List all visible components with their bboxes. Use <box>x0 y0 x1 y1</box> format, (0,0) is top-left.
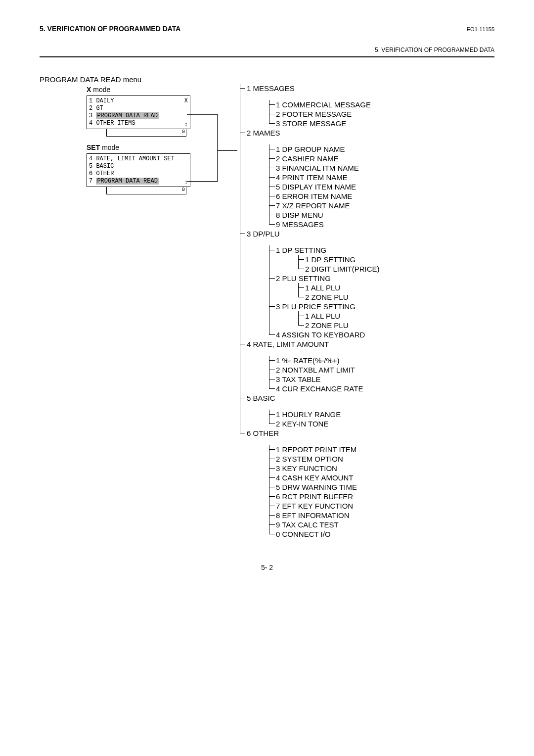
tree-node: 3 KEY FUNCTION <box>269 464 380 473</box>
tree-node-label: 2 DIGIT LIMIT(PRICE) <box>305 265 380 273</box>
set-mode-menu: 4 RATE, LIMIT AMOUNT SET5 BASIC6 OTHER7 … <box>87 153 190 187</box>
tree-node-label: 2 SYSTEM OPTION <box>276 455 343 463</box>
tree-node: 3 DP/PLU1 DP SETTING1 DP SETTING2 DIGIT … <box>240 229 380 339</box>
tree-node: 2 DIGIT LIMIT(PRICE) <box>298 264 380 274</box>
tree-node: 1 HOURLY RANGE <box>269 410 380 419</box>
tree-node: 1 DP SETTING1 DP SETTING2 DIGIT LIMIT(PR… <box>269 245 380 274</box>
tree-node: 9 MESSAGES <box>269 220 380 229</box>
tree-node: 4 RATE, LIMIT AMOUNT1 %- RATE(%-/%+)2 NO… <box>240 339 380 393</box>
tree-node: 2 SYSTEM OPTION <box>269 454 380 464</box>
tree-node: 1 DP GROUP NAME <box>269 144 380 154</box>
tree-node-label: 1 DP GROUP NAME <box>276 145 345 153</box>
tree-node: 2 PLU SETTING1 ALL PLU2 ZONE PLU <box>269 274 380 302</box>
tree-node: 4 CASH KEY AMOUNT <box>269 473 380 482</box>
tree-node: 7 EFT KEY FUNCTION <box>269 501 380 511</box>
tree-node-label: 4 CUR EXCHANGE RATE <box>276 384 363 393</box>
tree-node-label: 1 DP SETTING <box>276 246 326 254</box>
tree-node: 1 REPORT PRINT ITEM <box>269 445 380 454</box>
menu-row: 4 RATE, LIMIT AMOUNT SET <box>89 155 188 163</box>
tree-node-label: 4 RATE, LIMIT AMOUNT <box>247 339 380 349</box>
tree-node: 3 STORE MESSAGE <box>269 119 380 128</box>
scroll-arrows-icon: ↕ <box>184 122 188 128</box>
tree-node: 3 TAX TABLE <box>269 375 380 384</box>
tree-node: 6 ERROR ITEM NAME <box>269 191 380 201</box>
tree-node: 3 PLU PRICE SETTING1 ALL PLU2 ZONE PLU <box>269 302 380 330</box>
tree-node: 5 DRW WARNING TIME <box>269 482 380 492</box>
tree-node-label: 5 DRW WARNING TIME <box>276 483 357 491</box>
set-mode-scrollbar: 0 <box>106 187 186 194</box>
tree-node-label: 2 MAMES <box>247 128 380 138</box>
tree-node: 1 ALL PLU <box>298 311 380 321</box>
tree-node: 1 COMMERCIAL MESSAGE <box>269 100 380 109</box>
tree-node-label: 7 EFT KEY FUNCTION <box>276 502 353 510</box>
tree-node-label: 2 ZONE PLU <box>305 321 349 330</box>
tree-node: 8 DISP MENU <box>269 210 380 220</box>
scroll-zero: 0 <box>181 187 185 192</box>
tree-node: 2 MAMES1 DP GROUP NAME2 CASHIER NAME3 FI… <box>240 128 380 229</box>
menu-row: 2 GT <box>89 105 188 112</box>
tree-node-label: 3 KEY FUNCTION <box>276 464 337 472</box>
scroll-arrows-icon: ↕ <box>184 180 188 186</box>
tree-node-label: 0 CONNECT I/O <box>276 530 331 538</box>
tree-node: 0 CONNECT I/O <box>269 529 380 539</box>
tree-node: 7 X/Z REPORT NAME <box>269 201 380 210</box>
tree-node-label: 2 CASHIER NAME <box>276 154 339 163</box>
menu-row: 4 OTHER ITEMS <box>89 120 188 127</box>
tree-node-label: 2 ZONE PLU <box>305 293 349 301</box>
tree-node-label: 6 RCT PRINT BUFFER <box>276 492 353 501</box>
tree-node-label: 1 MESSAGES <box>247 84 380 93</box>
tree-node: 5 BASIC1 HOURLY RANGE2 KEY-IN TONE <box>240 393 380 428</box>
tree-node-label: 3 TAX TABLE <box>276 375 321 383</box>
tree-node-label: 9 TAX CALC TEST <box>276 520 339 529</box>
tree-node-label: 8 DISP MENU <box>276 211 323 219</box>
tree-node: 3 FINANCIAL ITM NAME <box>269 163 380 173</box>
tree-node: 1 MESSAGES1 COMMERCIAL MESSAGE2 FOOTER M… <box>240 84 380 128</box>
tree-node-label: 4 CASH KEY AMOUNT <box>276 473 353 482</box>
menu-row: 1 DAILYX <box>89 97 188 105</box>
tree-node: 1 ALL PLU <box>298 283 380 292</box>
tree-node: 9 TAX CALC TEST <box>269 520 380 529</box>
tree-node-label: 5 DISPLAY ITEM NAME <box>276 183 356 191</box>
header-rule <box>40 56 494 57</box>
tree-node-label: 2 KEY-IN TONE <box>276 420 328 428</box>
tree-node-label: 6 OTHER <box>247 428 380 438</box>
tree-node: 8 EFT INFORMATION <box>269 511 380 520</box>
header-title: 5. VERIFICATION OF PROGRAMMED DATA <box>40 25 180 33</box>
section-title: PROGRAM DATA READ menu <box>40 75 494 84</box>
tree-node: 4 ASSIGN TO KEYBOARD <box>269 330 380 339</box>
menu-row: 7 PROGRAM DATA READ <box>89 178 188 185</box>
page-number: 5- 2 <box>40 564 494 571</box>
set-mode-label: SET mode <box>87 143 190 151</box>
x-mode-label: X mode <box>87 86 190 94</box>
tree-node-label: 1 ALL PLU <box>305 284 340 292</box>
tree-node-label: 1 COMMERCIAL MESSAGE <box>276 100 371 109</box>
document-code: EO1-11155 <box>467 26 494 32</box>
scroll-zero: 0 <box>181 129 185 135</box>
tree-node: 2 ZONE PLU <box>298 292 380 302</box>
tree-node: 1 DP SETTING <box>298 255 380 264</box>
tree-node-label: 3 DP/PLU <box>247 229 380 238</box>
tree-node-label: 6 ERROR ITEM NAME <box>276 192 352 200</box>
x-mode-scrollbar: 0 <box>106 129 186 137</box>
tree-node: 2 ZONE PLU <box>298 321 380 330</box>
menu-row: 3 PROGRAM DATA READ <box>89 112 188 120</box>
tree-node-label: 5 BASIC <box>247 393 380 403</box>
tree-node: 6 RCT PRINT BUFFER <box>269 492 380 501</box>
tree-node: 1 %- RATE(%-/%+) <box>269 356 380 365</box>
tree-node-label: 3 PLU PRICE SETTING <box>276 302 356 311</box>
tree-node: 2 KEY-IN TONE <box>269 419 380 428</box>
tree-node: 4 CUR EXCHANGE RATE <box>269 384 380 393</box>
tree-node-label: 4 PRINT ITEM NAME <box>276 173 348 182</box>
tree-node-label: 7 X/Z REPORT NAME <box>276 201 350 210</box>
tree-node: 2 CASHIER NAME <box>269 154 380 163</box>
tree-node: 4 PRINT ITEM NAME <box>269 173 380 182</box>
tree-node-label: 2 NONTXBL AMT LIMIT <box>276 366 355 374</box>
x-mode-menu: 1 DAILYX2 GT3 PROGRAM DATA READ4 OTHER I… <box>87 95 190 129</box>
tree-node-label: 2 PLU SETTING <box>276 274 331 283</box>
tree-node-label: 4 ASSIGN TO KEYBOARD <box>276 331 365 339</box>
menu-row: 5 BASIC <box>89 163 188 170</box>
menu-row: 6 OTHER <box>89 170 188 178</box>
tree-node-label: 1 HOURLY RANGE <box>276 410 341 419</box>
tree-node: 2 NONTXBL AMT LIMIT <box>269 365 380 375</box>
menu-tree: 1 MESSAGES1 COMMERCIAL MESSAGE2 FOOTER M… <box>240 84 380 539</box>
